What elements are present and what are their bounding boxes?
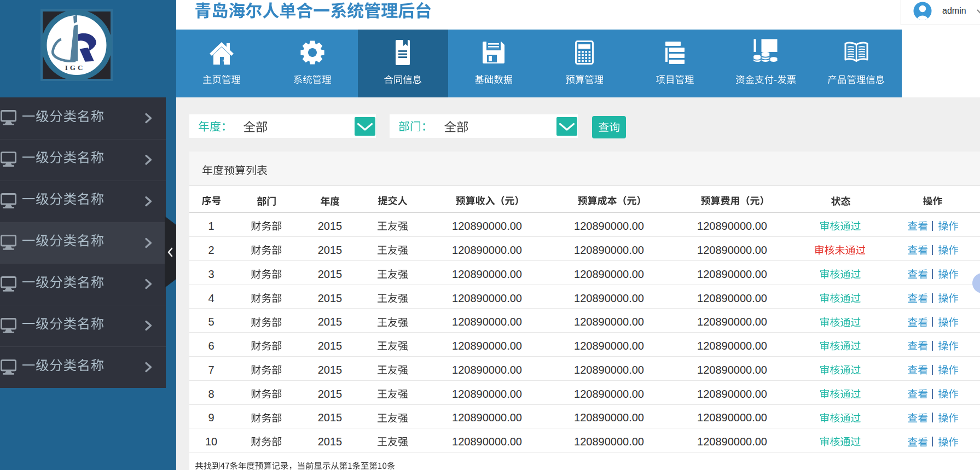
svg-text:IGC: IGC	[65, 63, 85, 72]
